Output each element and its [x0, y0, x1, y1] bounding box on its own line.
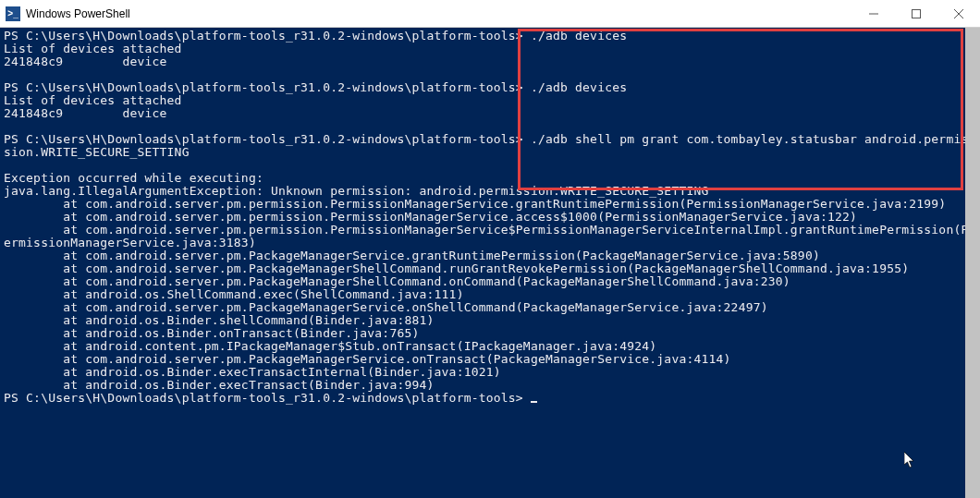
terminal-line: List of devices attached — [4, 43, 976, 55]
maximize-button[interactable] — [895, 0, 937, 28]
terminal-body[interactable]: PS C:\Users\H\Downloads\platform-tools_r… — [0, 28, 980, 498]
terminal-line: Exception occurred while executing: — [4, 172, 976, 185]
terminal-line: at com.android.server.pm.permission.Perm… — [4, 211, 976, 224]
terminal-line: at com.android.server.pm.PackageManagerS… — [4, 249, 976, 262]
window-controls — [852, 0, 980, 28]
scrollbar-thumb[interactable] — [965, 28, 980, 498]
title-left: >_ Windows PowerShell — [0, 6, 130, 21]
terminal-line: at android.content.pm.IPackageManager$St… — [4, 340, 976, 353]
terminal-line: at com.android.server.pm.permission.Perm… — [4, 224, 976, 237]
terminal-line: at com.android.server.pm.PackageManagerS… — [4, 353, 976, 366]
vertical-scrollbar[interactable] — [965, 28, 980, 498]
window-title: Windows PowerShell — [26, 7, 130, 20]
terminal-line: at android.os.Binder.execTransactInterna… — [4, 366, 976, 379]
terminal-line: 241848c9 device — [4, 107, 976, 120]
terminal-line — [4, 159, 976, 172]
terminal-line: PS C:\Users\H\Downloads\platform-tools_r… — [4, 30, 976, 43]
terminal-line: PS C:\Users\H\Downloads\platform-tools_r… — [4, 133, 976, 146]
terminal-line: List of devices attached — [4, 94, 976, 107]
terminal-line: PS C:\Users\H\Downloads\platform-tools_r… — [4, 392, 976, 405]
terminal-line: 241848c9 device — [4, 55, 976, 68]
minimize-button[interactable] — [852, 0, 895, 28]
terminal-line — [4, 68, 976, 81]
terminal-line — [4, 120, 976, 133]
terminal-line: at android.os.Binder.shellCommand(Binder… — [4, 314, 976, 327]
terminal-line: at android.os.Binder.onTransact(Binder.j… — [4, 327, 976, 340]
terminal-line: at android.os.ShellCommand.exec(ShellCom… — [4, 288, 976, 301]
svg-rect-1 — [913, 9, 921, 18]
terminal-line: ermissionManagerService.java:3183) — [4, 237, 976, 249]
terminal-line: PS C:\Users\H\Downloads\platform-tools_r… — [4, 81, 976, 94]
terminal-line: at android.os.Binder.execTransact(Binder… — [4, 379, 976, 392]
terminal-line: at com.android.server.pm.PackageManagerS… — [4, 275, 976, 288]
terminal-line: java.lang.IllegalArgumentException: Unkn… — [4, 185, 976, 198]
close-button[interactable] — [937, 0, 980, 28]
terminal-line: at com.android.server.pm.permission.Perm… — [4, 198, 976, 211]
text-cursor — [531, 401, 537, 403]
terminal-line: at com.android.server.pm.PackageManagerS… — [4, 301, 976, 314]
terminal-line: sion.WRITE_SECURE_SETTING — [4, 146, 976, 159]
powershell-icon: >_ — [6, 6, 20, 21]
terminal-line: at com.android.server.pm.PackageManagerS… — [4, 262, 976, 275]
window-titlebar: >_ Windows PowerShell — [0, 0, 980, 28]
